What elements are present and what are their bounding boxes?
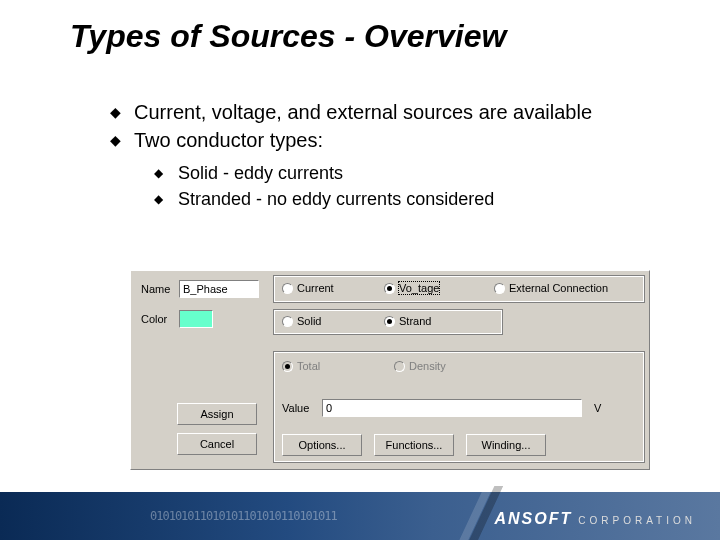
assign-button[interactable]: Assign	[177, 403, 257, 425]
cancel-button[interactable]: Cancel	[177, 433, 257, 455]
options-button[interactable]: Options...	[282, 434, 362, 456]
radio-icon	[282, 316, 293, 327]
radio-solid[interactable]: Solid	[282, 315, 321, 327]
functions-button[interactable]: Functions...	[374, 434, 454, 456]
radio-icon	[282, 283, 293, 294]
value-input[interactable]	[322, 399, 582, 417]
radio-current[interactable]: Current	[282, 282, 334, 294]
name-label: Name	[141, 283, 170, 295]
color-swatch[interactable]	[179, 310, 213, 328]
radio-icon	[494, 283, 505, 294]
footer-corp: CORPORATION	[578, 515, 696, 526]
sub-bullet-text: Stranded - no eddy currents considered	[178, 188, 494, 210]
footer-decor: 010101011010101101010110101011	[150, 509, 370, 523]
radio-label: Density	[409, 360, 446, 372]
radio-total: Total	[282, 360, 320, 372]
footer-logo: ANSOFT CORPORATION	[495, 510, 697, 528]
source-type-group: Current Vo_tage External Connection	[273, 275, 645, 303]
bullet-mark: ◆	[110, 100, 134, 124]
sub-bullet-item: ◆ Solid - eddy currents	[154, 162, 670, 184]
bullet-text: Two conductor types:	[134, 128, 323, 152]
color-label: Color	[141, 313, 167, 325]
radio-label: Strand	[399, 315, 431, 327]
value-group: Total Density Value V Options... Functio…	[273, 351, 645, 463]
bullet-item: ◆ Two conductor types:	[110, 128, 670, 152]
sub-bullet-text: Solid - eddy currents	[178, 162, 343, 184]
sub-bullet-item: ◆ Stranded - no eddy currents considered	[154, 188, 670, 210]
name-input[interactable]	[179, 280, 259, 298]
bullet-item: ◆ Current, voltage, and external sources…	[110, 100, 670, 124]
radio-label: Solid	[297, 315, 321, 327]
bullet-mark: ◆	[154, 162, 178, 184]
radio-label: Current	[297, 282, 334, 294]
sub-bullet-list: ◆ Solid - eddy currents ◆ Stranded - no …	[154, 162, 670, 210]
source-dialog: Name Color Current Vo_tage External Conn…	[130, 270, 650, 470]
winding-button[interactable]: Winding...	[466, 434, 546, 456]
footer-bar: 010101011010101101010110101011 ANSOFT CO…	[0, 492, 720, 540]
radio-label: External Connection	[509, 282, 608, 294]
slide-title: Types of Sources - Overview	[70, 18, 506, 55]
radio-icon	[384, 283, 395, 294]
radio-label: Vo_tage	[399, 282, 439, 294]
conductor-type-group: Solid Strand	[273, 309, 503, 335]
radio-icon	[282, 361, 293, 372]
radio-external[interactable]: External Connection	[494, 282, 608, 294]
value-unit: V	[594, 402, 601, 414]
bullet-mark: ◆	[110, 128, 134, 152]
radio-strand[interactable]: Strand	[384, 315, 431, 327]
radio-density: Density	[394, 360, 446, 372]
bullet-list: ◆ Current, voltage, and external sources…	[110, 100, 670, 214]
footer-brand: ANSOFT	[495, 510, 573, 528]
radio-icon	[384, 316, 395, 327]
bullet-mark: ◆	[154, 188, 178, 210]
bullet-text: Current, voltage, and external sources a…	[134, 100, 592, 124]
radio-icon	[394, 361, 405, 372]
radio-voltage[interactable]: Vo_tage	[384, 282, 439, 294]
radio-label: Total	[297, 360, 320, 372]
value-label: Value	[282, 402, 309, 414]
